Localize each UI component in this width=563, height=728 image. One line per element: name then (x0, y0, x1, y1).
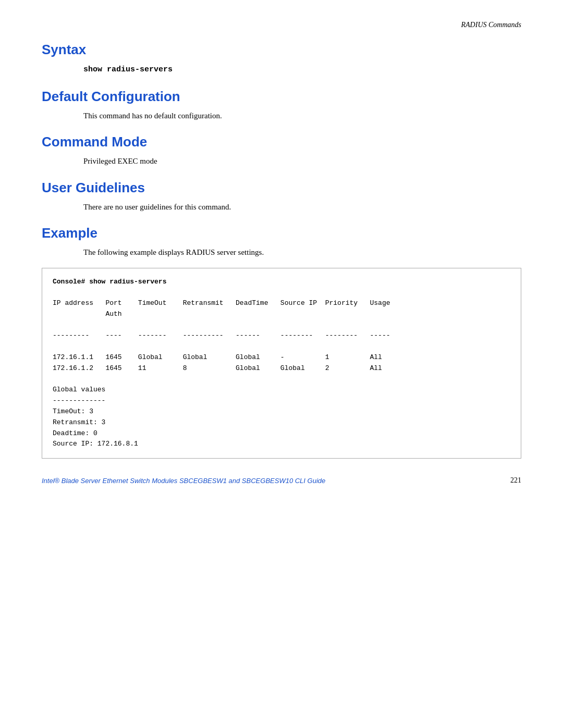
footer-left-text: Intel® Blade Server Ethernet Switch Modu… (42, 477, 325, 485)
code-line-1: Console# show radius-servers (53, 278, 166, 286)
syntax-command-text: show radius-servers (83, 65, 173, 74)
footer-page-number: 221 (510, 476, 521, 485)
page: RADIUS Commands Syntax show radius-serve… (0, 0, 563, 500)
example-intro-text: The following example displays RADIUS se… (83, 246, 521, 258)
section-syntax: Syntax show radius-servers (42, 42, 521, 76)
header-title: RADIUS Commands (461, 21, 522, 29)
example-heading: Example (42, 225, 521, 241)
syntax-heading: Syntax (42, 42, 521, 58)
section-default-configuration: Default Configuration This command has n… (42, 89, 521, 122)
section-user-guidelines: User Guidelines There are no user guidel… (42, 180, 521, 213)
section-command-mode: Command Mode Privileged EXEC mode (42, 134, 521, 167)
syntax-content: show radius-servers (83, 63, 521, 76)
default-config-heading: Default Configuration (42, 89, 521, 105)
section-example: Example The following example displays R… (42, 225, 521, 459)
page-header: RADIUS Commands (42, 21, 521, 29)
page-footer: Intel® Blade Server Ethernet Switch Modu… (0, 476, 563, 485)
command-mode-heading: Command Mode (42, 134, 521, 150)
code-block: Console# show radius-servers IP address … (42, 268, 521, 459)
user-guidelines-content: There are no user guidelines for this co… (83, 201, 521, 213)
user-guidelines-heading: User Guidelines (42, 180, 521, 196)
command-mode-content: Privileged EXEC mode (83, 155, 521, 167)
default-config-content: This command has no default configuratio… (83, 110, 521, 122)
